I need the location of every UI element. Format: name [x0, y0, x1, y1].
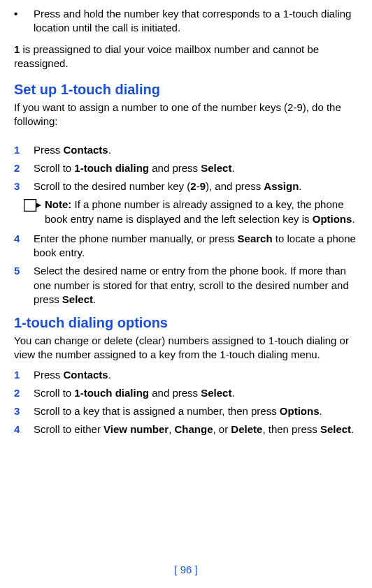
document-body: • Press and hold the number key that cor… — [14, 7, 358, 437]
t: If a phone number is already assigned to… — [45, 198, 343, 224]
step-num: 4 — [14, 422, 34, 436]
t: and press — [149, 387, 201, 399]
t-bold: Assign — [264, 180, 299, 192]
bullet-mark: • — [14, 7, 34, 36]
options-intro: You can change or delete (clear) numbers… — [14, 334, 358, 362]
note-text: Note: If a phone number is already assig… — [45, 198, 358, 226]
t: . — [108, 369, 111, 381]
preassigned-paragraph: 1 is preassigned to dial your voice mail… — [14, 43, 358, 71]
intro-bullet-text: Press and hold the number key that corre… — [34, 7, 358, 36]
step-num: 1 — [14, 368, 34, 382]
t-bold: Contacts — [64, 144, 108, 156]
step-num: 2 — [14, 386, 34, 400]
t: , or — [213, 423, 231, 435]
t: Scroll to — [34, 162, 74, 174]
step-text: Scroll to either View number, Change, or… — [34, 422, 358, 436]
step-num: 4 — [14, 232, 34, 260]
setup-step-5: 5 Select the desired name or entry from … — [14, 264, 358, 307]
step-num: 3 — [14, 404, 34, 418]
step-text: Press Contacts. — [34, 368, 358, 382]
setup-step-3: 3 Scroll to the desired number key (2-9)… — [14, 179, 358, 193]
t: Scroll to — [34, 387, 74, 399]
t: and press — [149, 162, 201, 174]
t-bold: 2 — [190, 180, 196, 192]
t-bold: Select — [62, 293, 93, 305]
setup-intro: If you want to assign a number to one of… — [14, 101, 358, 129]
options-step-1: 1 Press Contacts. — [14, 368, 358, 382]
t-bold: 1-touch dialing — [74, 162, 149, 174]
step-num: 5 — [14, 264, 34, 307]
t: . — [231, 162, 234, 174]
t-bold: Options — [280, 405, 320, 417]
setup-heading: Set up 1-touch dialing — [14, 80, 358, 99]
t-bold: 9 — [200, 180, 206, 192]
step-num: 2 — [14, 161, 34, 175]
t: Enter the phone number manually, or pres… — [34, 233, 238, 244]
t-bold: Options — [313, 213, 352, 225]
note-icon — [14, 198, 45, 226]
step-text: Scroll to 1-touch dialing and press Sele… — [34, 386, 358, 400]
setup-step-4: 4 Enter the phone number manually, or pr… — [14, 232, 358, 260]
t: . — [108, 144, 111, 156]
step-text: Select the desired name or entry from th… — [34, 264, 358, 307]
t-bold: Search — [238, 233, 273, 244]
t: . — [351, 423, 354, 435]
step-text: Scroll to the desired number key (2-9), … — [34, 179, 358, 193]
setup-step-2: 2 Scroll to 1-touch dialing and press Se… — [14, 161, 358, 175]
svg-marker-1 — [36, 203, 41, 208]
preassigned-rest: is preassigned to dial your voice mailbo… — [14, 43, 319, 69]
t: . — [231, 387, 234, 399]
t-bold: Contacts — [64, 369, 108, 381]
step-text: Press Contacts. — [34, 143, 358, 157]
options-heading: 1-touch dialing options — [14, 314, 358, 332]
step-num: 1 — [14, 143, 34, 157]
options-step-4: 4 Scroll to either View number, Change, … — [14, 422, 358, 436]
page-number: [ 96 ] — [0, 564, 372, 575]
t: Scroll to the desired number key ( — [34, 180, 190, 192]
note-block: Note: If a phone number is already assig… — [14, 198, 358, 226]
t: ), and press — [206, 180, 264, 192]
setup-step-1: 1 Press Contacts. — [14, 143, 358, 157]
t: . — [320, 405, 322, 417]
t-bold: Change — [174, 423, 213, 435]
step-text: Enter the phone number manually, or pres… — [34, 232, 358, 260]
step-text: Scroll to a key that is assigned a numbe… — [34, 404, 358, 418]
step-text: Scroll to 1-touch dialing and press Sele… — [34, 161, 358, 175]
t: . — [299, 180, 301, 192]
svg-rect-0 — [24, 200, 36, 212]
t: . — [352, 213, 355, 225]
t: , then press — [262, 423, 320, 435]
options-step-3: 3 Scroll to a key that is assigned a num… — [14, 404, 358, 418]
t: Press — [34, 144, 64, 156]
t-bold: Select — [201, 387, 231, 399]
intro-bullet: • Press and hold the number key that cor… — [14, 7, 358, 36]
t-bold: Delete — [231, 423, 262, 435]
options-step-2: 2 Scroll to 1-touch dialing and press Se… — [14, 386, 358, 400]
t: Scroll to either — [34, 423, 103, 435]
note-label: Note: — [45, 198, 75, 210]
t-bold: View number — [103, 423, 169, 435]
t-bold: Select — [320, 423, 351, 435]
t: Press — [34, 369, 64, 381]
t-bold: 1-touch dialing — [74, 387, 149, 399]
t-bold: Select — [201, 162, 231, 174]
t: . — [93, 293, 96, 305]
step-num: 3 — [14, 179, 34, 193]
t: Scroll to a key that is assigned a numbe… — [34, 405, 280, 417]
